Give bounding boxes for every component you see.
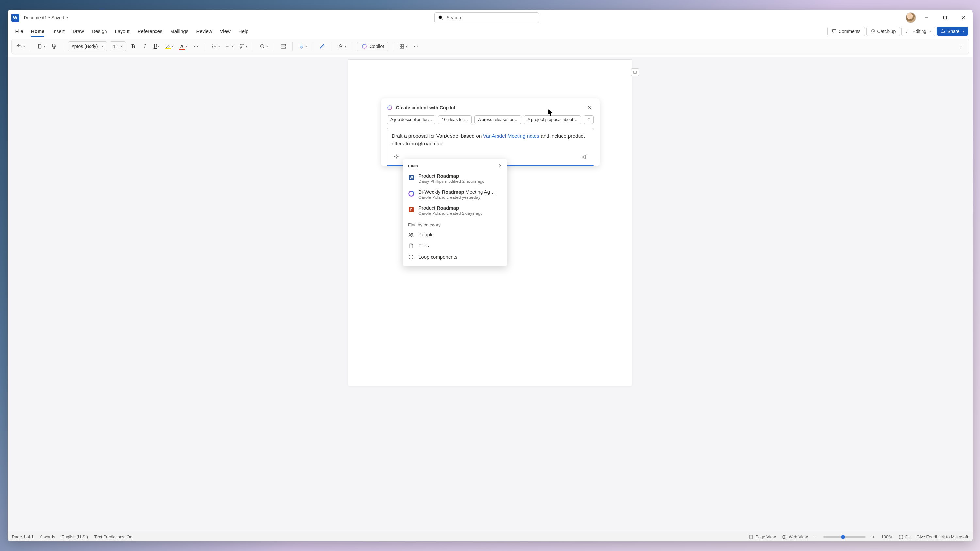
paste-button[interactable]: ▾ [36, 41, 47, 52]
copilot-compose-card: Create content with Copilot A job descri… [381, 98, 600, 167]
share-button[interactable]: Share ▾ [937, 27, 968, 36]
catch-up-button[interactable]: Catch-up [866, 27, 900, 36]
close-copilot-button[interactable] [585, 103, 594, 112]
copilot-prompt-input[interactable]: Draft a proposal for VanArsdel based on … [387, 128, 594, 167]
titlebar: W Document1 • Saved ▾ Search [8, 10, 973, 25]
user-avatar[interactable] [905, 13, 916, 23]
font-name-select[interactable]: Aptos (Body)▾ [68, 41, 107, 51]
highlight-button[interactable]: ▾ [164, 41, 175, 52]
close-button[interactable] [956, 13, 971, 23]
document-title[interactable]: Document1 [24, 15, 48, 20]
files-section-header[interactable]: Files [407, 162, 503, 170]
search-input[interactable]: Search [434, 13, 539, 23]
page-side-handle[interactable] [631, 68, 639, 76]
maximize-button[interactable] [937, 13, 953, 23]
align-button[interactable]: ▾ [224, 41, 235, 52]
category-people[interactable]: People [407, 229, 503, 240]
font-color-button[interactable]: A▾ [178, 41, 189, 52]
copilot-card-title: Create content with Copilot [396, 105, 455, 110]
fit-icon [899, 535, 903, 539]
file-reference-popover: Files W Product Roadmap Daisy Phillips m… [403, 159, 508, 266]
copilot-toolbar-button[interactable]: Copilot [357, 42, 388, 51]
web-view-button[interactable]: Web View [782, 534, 808, 539]
add-in-button[interactable]: ▾ [398, 41, 409, 52]
zoom-slider[interactable] [823, 536, 865, 538]
document-canvas[interactable]: Create content with Copilot A job descri… [8, 57, 973, 532]
search-icon [438, 15, 443, 20]
prompt-inspire-button[interactable] [392, 152, 401, 162]
category-section-header: Find by category [407, 218, 503, 229]
find-button[interactable]: ▾ [258, 41, 269, 52]
web-view-icon [782, 535, 787, 539]
text-predictions-indicator[interactable]: Text Predictions: On [94, 534, 132, 539]
zoom-in-button[interactable]: + [872, 534, 875, 539]
language-indicator[interactable]: English (U.S.) [62, 534, 88, 539]
file-name: Product Roadmap [418, 205, 502, 211]
tab-design[interactable]: Design [89, 27, 110, 35]
undo-button[interactable]: ▾ [15, 41, 26, 52]
svg-text:W: W [410, 176, 413, 179]
file-item-word[interactable]: W Product Roadmap Daisy Phillips modifie… [407, 170, 503, 186]
word-count[interactable]: 0 words [40, 534, 55, 539]
page-view-button[interactable]: Page View [749, 534, 775, 539]
comments-button[interactable]: Comments [827, 27, 865, 36]
tab-file[interactable]: File [12, 27, 27, 35]
italic-button[interactable]: I [140, 41, 150, 52]
tab-help[interactable]: Help [235, 27, 252, 35]
font-size-select[interactable]: 11▾ [110, 41, 126, 51]
format-painter-button[interactable] [49, 41, 59, 52]
svg-point-11 [260, 44, 263, 47]
zoom-level[interactable]: 100% [881, 534, 892, 539]
search-placeholder: Search [447, 15, 461, 20]
editing-mode-button[interactable]: Editing ▾ [901, 27, 935, 36]
ribbon-overflow-button[interactable] [411, 41, 420, 52]
file-item-ppt[interactable]: P Product Roadmap Carole Poland created … [407, 202, 503, 218]
bullets-button[interactable]: ▾ [210, 41, 221, 52]
feedback-link[interactable]: Give Feedback to Microsoft [916, 534, 968, 539]
chevron-down-icon: ▾ [963, 30, 964, 33]
chip-ideas[interactable]: 10 ideas for… [438, 115, 472, 124]
svg-point-22 [417, 46, 417, 46]
more-formatting-button[interactable] [191, 41, 200, 52]
editor-button[interactable] [318, 41, 327, 52]
svg-rect-12 [281, 44, 285, 46]
tab-insert[interactable]: Insert [49, 27, 68, 35]
svg-rect-17 [402, 44, 404, 46]
copilot-icon [387, 105, 393, 111]
document-page[interactable]: Create content with Copilot A job descri… [348, 59, 632, 386]
tab-home[interactable]: Home [28, 27, 48, 35]
chip-press-release[interactable]: A press release for… [474, 115, 521, 124]
tab-review[interactable]: Review [193, 27, 215, 35]
fit-button[interactable]: Fit [899, 534, 910, 539]
page-indicator[interactable]: Page 1 of 1 [12, 534, 34, 539]
tab-layout[interactable]: Layout [112, 27, 133, 35]
chip-job-description[interactable]: A job description for… [387, 115, 436, 124]
chip-project-proposal[interactable]: A project proposal about… [524, 115, 581, 124]
underline-button[interactable]: U▾ [152, 41, 161, 52]
refresh-suggestions-button[interactable] [584, 115, 593, 124]
zoom-out-button[interactable]: − [814, 534, 817, 539]
prompt-file-reference[interactable]: VanArsdel Meeting notes [483, 133, 539, 139]
svg-point-6 [195, 46, 196, 46]
category-loop[interactable]: Loop components [407, 251, 503, 262]
tab-view[interactable]: View [217, 27, 234, 35]
designer-button[interactable]: ▾ [336, 41, 348, 52]
styles-button[interactable] [278, 41, 288, 52]
tab-references[interactable]: References [134, 27, 166, 35]
dictate-button[interactable]: ▾ [297, 41, 309, 52]
svg-point-9 [212, 46, 213, 46]
pencil-icon [905, 29, 910, 33]
file-item-loop[interactable]: Bi-Weekly Roadmap Meeting Ag… Carole Pol… [407, 186, 503, 202]
tab-draw[interactable]: Draw [69, 27, 87, 35]
loop-icon [408, 254, 414, 260]
clear-formatting-button[interactable]: ▾ [237, 41, 248, 52]
send-prompt-button[interactable] [580, 152, 589, 162]
minimize-button[interactable] [919, 13, 934, 23]
file-name: Product Roadmap [418, 173, 502, 179]
app-window: W Document1 • Saved ▾ Search File Home I… [8, 10, 973, 541]
bold-button[interactable]: B [129, 41, 138, 52]
category-files[interactable]: Files [407, 240, 503, 251]
ribbon-collapse-button[interactable]: ⌄ [956, 41, 965, 52]
tab-mailings[interactable]: Mailings [167, 27, 191, 35]
zoom-thumb[interactable] [841, 535, 845, 539]
